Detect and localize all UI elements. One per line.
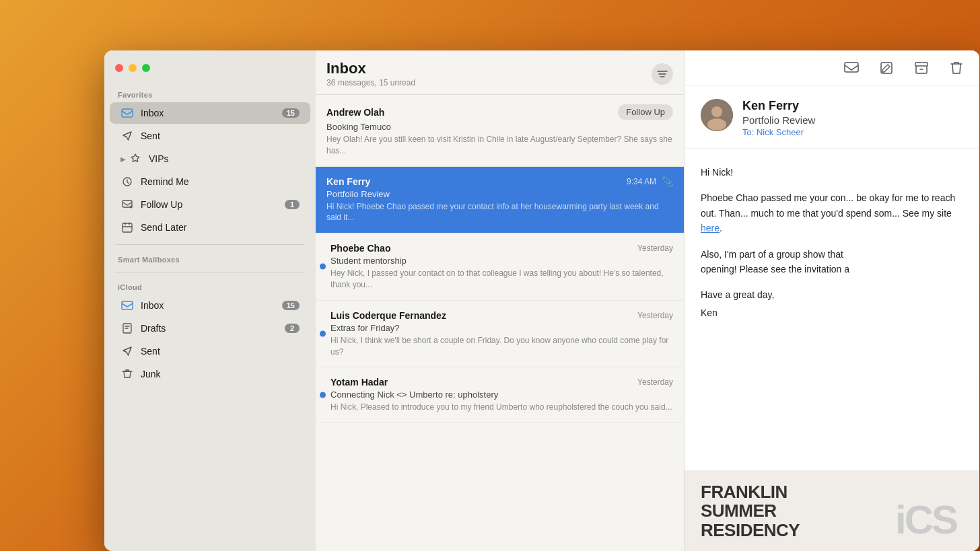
sidebar-item-icloud-junk[interactable]: Junk	[110, 363, 310, 385]
titlebar	[104, 50, 316, 85]
body-link[interactable]: here	[701, 223, 720, 233]
preview-luis: Hi Nick, I think we'll be short a couple…	[330, 335, 673, 358]
sender-luis: Luis Coderque Fernandez	[330, 310, 446, 321]
compose-button[interactable]	[877, 59, 896, 77]
message-item-yotam[interactable]: Yotam Hadar Yesterday Connecting Nick <>…	[316, 367, 684, 423]
inbox-icon	[120, 106, 134, 120]
sidebar-item-follow-up[interactable]: Follow Up 1	[110, 194, 310, 215]
follow-up-label: Follow Up	[141, 199, 285, 210]
drafts-icon	[120, 322, 134, 335]
sidebar-divider-1	[115, 244, 305, 245]
svg-rect-0	[122, 109, 133, 117]
detail-header: Ken Ferry Portfolio Review To: Nick Sche…	[685, 85, 979, 149]
sent-icon	[120, 129, 134, 143]
icloud-inbox-icon	[120, 299, 134, 312]
sender-yotam: Yotam Hadar	[330, 377, 388, 388]
sidebar-item-sent[interactable]: Sent	[110, 125, 310, 147]
filter-button[interactable]	[652, 63, 673, 85]
unread-dot-luis	[320, 331, 326, 337]
message-list: Inbox 36 messages, 15 unread Andrew Olah…	[316, 50, 685, 551]
vips-label: VIPs	[149, 153, 300, 164]
sidebar: Favorites Inbox 15 Sent ▶ VIPs	[104, 50, 316, 551]
body-greeting: Hi Nick!	[701, 165, 963, 180]
subject-phoebe: Student mentorship	[330, 256, 673, 266]
sidebar-item-remind-me[interactable]: Remind Me	[110, 171, 310, 192]
detail-pane: Ken Ferry Portfolio Review To: Nick Sche…	[685, 50, 979, 551]
sender-avatar	[701, 99, 733, 131]
detail-body: Hi Nick! Phoebe Chao passed me your con.…	[685, 149, 979, 470]
detail-to: To: Nick Scheer	[742, 127, 815, 137]
preview-ken: Hi Nick! Phoebe Chao passed me your cont…	[326, 201, 673, 224]
detail-subject: Portfolio Review	[742, 114, 815, 126]
body-paragraph1: Phoebe Chao passed me your con... be oka…	[701, 190, 963, 235]
svg-rect-2	[123, 200, 132, 207]
sender-andrew: Andrew Olah	[326, 107, 384, 118]
subject-andrew: Booking Temuco	[326, 122, 673, 132]
inbox-title: Inbox	[326, 60, 415, 77]
icloud-drafts-label: Drafts	[141, 323, 285, 334]
smart-mailboxes-label: Smart Mailboxes	[104, 250, 316, 266]
time-phoebe: Yesterday	[637, 244, 673, 253]
detail-sender-name: Ken Ferry	[742, 99, 815, 113]
icloud-label: iCloud	[104, 278, 316, 294]
icloud-inbox-badge: 15	[282, 301, 300, 310]
send-later-icon	[120, 221, 134, 234]
preview-andrew: Hey Olah! Are you still keen to visit Kr…	[326, 134, 673, 157]
sidebar-item-icloud-inbox[interactable]: Inbox 15	[110, 295, 310, 316]
follow-up-badge: 1	[285, 200, 300, 209]
maximize-button[interactable]	[142, 64, 150, 72]
unread-dot-yotam	[320, 392, 326, 398]
follow-up-icon	[120, 198, 134, 211]
svg-rect-8	[915, 63, 928, 66]
icloud-sent-icon	[120, 344, 134, 358]
unread-dot-phoebe	[320, 264, 326, 270]
time-ken: 9:34 AM	[627, 177, 656, 186]
icloud-inbox-label: Inbox	[141, 300, 282, 311]
detail-toolbar	[685, 50, 979, 85]
close-button[interactable]	[115, 64, 123, 72]
reply-button[interactable]	[842, 59, 861, 77]
sidebar-item-icloud-sent[interactable]: Sent	[110, 340, 310, 362]
to-name: Nick Scheer	[757, 127, 804, 137]
body-paragraph2: Also, I'm part of a group show thatopeni…	[701, 247, 963, 277]
svg-point-10	[711, 106, 722, 117]
sidebar-divider-2	[115, 272, 305, 272]
icloud-junk-label: Junk	[141, 369, 300, 379]
trash-button[interactable]	[947, 59, 966, 77]
icloud-drafts-badge: 2	[285, 324, 300, 333]
preview-phoebe: Hey Nick, I passed your contact on to th…	[330, 268, 673, 291]
svg-rect-4	[122, 301, 133, 309]
body-closing: Have a great day,	[701, 287, 963, 302]
sender-ken: Ken Ferry	[326, 176, 370, 187]
sidebar-item-icloud-drafts[interactable]: Drafts 2	[110, 318, 310, 339]
inbox-subtitle: 36 messages, 15 unread	[326, 78, 415, 87]
sidebar-item-inbox[interactable]: Inbox 15	[110, 102, 310, 124]
subject-luis: Extras for Friday?	[330, 323, 673, 333]
to-label: To:	[742, 127, 754, 137]
body-signature: Ken	[701, 305, 963, 320]
time-yotam: Yesterday	[637, 377, 673, 387]
message-item-phoebe[interactable]: Phoebe Chao Yesterday Student mentorship…	[316, 233, 684, 301]
favorites-label: Favorites	[104, 85, 316, 102]
ics-text: iCS	[895, 497, 956, 543]
archive-button[interactable]	[912, 59, 931, 77]
sent-label: Sent	[141, 131, 300, 141]
time-luis: Yesterday	[637, 311, 673, 320]
attachment-icon-ken: 📎	[662, 176, 673, 187]
send-later-label: Send Later	[141, 222, 300, 233]
sidebar-item-send-later[interactable]: Send Later	[110, 217, 310, 238]
vips-chevron: ▶	[120, 155, 126, 163]
app-window: Favorites Inbox 15 Sent ▶ VIPs	[104, 50, 979, 551]
message-item-andrew[interactable]: Andrew Olah Follow Up Booking Temuco Hey…	[316, 95, 684, 167]
follow-up-button-andrew[interactable]: Follow Up	[618, 104, 673, 120]
message-list-header: Inbox 36 messages, 15 unread	[316, 50, 684, 95]
clock-icon	[120, 175, 134, 188]
message-item-luis[interactable]: Luis Coderque Fernandez Yesterday Extras…	[316, 301, 684, 368]
sender-phoebe: Phoebe Chao	[330, 243, 390, 254]
detail-footer: FRANKLIN SUMMER RESIDENCY iCS	[685, 470, 979, 551]
inbox-badge: 15	[282, 108, 300, 118]
sidebar-item-vips[interactable]: ▶ VIPs	[110, 148, 310, 170]
inbox-label: Inbox	[141, 108, 282, 118]
message-item-ken[interactable]: Ken Ferry 9:34 AM 📎 Portfolio Review Hi …	[316, 167, 684, 234]
minimize-button[interactable]	[129, 64, 137, 72]
